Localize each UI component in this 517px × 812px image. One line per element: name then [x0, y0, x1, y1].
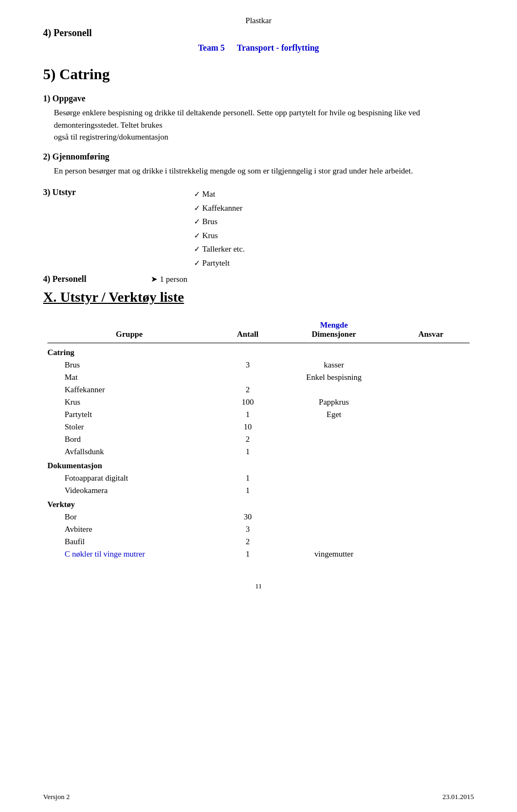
- cell-dimensjoner: vingemutter: [280, 548, 388, 560]
- cell-antall: 2: [215, 536, 280, 548]
- table-row: Avbitere 3: [43, 523, 474, 536]
- utstyr-list-item: Krus: [194, 229, 244, 243]
- cell-ansvar: [388, 371, 474, 384]
- utstyr-table-container: Gruppe Antall Mengde Dimensjoner Ansvar …: [43, 318, 474, 560]
- cell-ansvar: [388, 484, 474, 497]
- cell-gruppe: Videokamera: [43, 484, 215, 497]
- cell-gruppe: Krus: [43, 396, 215, 408]
- table-row: Mat Enkel bespisning: [43, 371, 474, 384]
- table-row: Bord 2: [43, 433, 474, 446]
- cell-dimensjoner: [280, 497, 388, 511]
- cell-antall: 100: [215, 396, 280, 408]
- table-row: Baufil 2: [43, 536, 474, 548]
- oppgave-text: Besørge enklere bespisning og drikke til…: [54, 107, 474, 143]
- cell-gruppe: Bord: [43, 433, 215, 446]
- col-header-ansvar: Ansvar: [388, 318, 474, 341]
- cell-antall: 1: [215, 548, 280, 560]
- cell-ansvar: [388, 446, 474, 458]
- dimensjoner-header: Dimensjoner: [284, 330, 383, 339]
- utstyr-table: Gruppe Antall Mengde Dimensjoner Ansvar …: [43, 318, 474, 560]
- team-transport-line: Team 5 Transport - forflytting: [43, 43, 474, 53]
- table-row: Kaffekanner 2: [43, 384, 474, 396]
- cell-ansvar: [388, 523, 474, 536]
- utstyr-list: MatKaffekannerBrusKrusTallerker etc.Part…: [194, 188, 244, 270]
- cell-gruppe: Mat: [43, 371, 215, 384]
- cell-gruppe: Kaffekanner: [43, 384, 215, 396]
- cell-gruppe: Stoler: [43, 421, 215, 433]
- personell-section-4: 4) Personell 1 person: [43, 274, 474, 284]
- oppgave-block: 1) Oppgave Besørge enklere bespisning og…: [43, 94, 474, 143]
- cell-dimensjoner: [280, 458, 388, 472]
- cell-dimensjoner: [280, 433, 388, 446]
- cell-ansvar: [388, 408, 474, 421]
- cell-antall: 1: [215, 446, 280, 458]
- section-x-title: X. Utstyr / Verktøy liste: [43, 289, 474, 306]
- footer-version: Versjon 2: [43, 793, 69, 801]
- cell-antall: 3: [215, 523, 280, 536]
- personell-item: 1 person: [151, 274, 187, 284]
- team-label: Team 5: [198, 43, 225, 52]
- table-row-category: Dokumentasjon: [43, 458, 474, 472]
- cell-antall: 1: [215, 408, 280, 421]
- table-row: Avfallsdunk 1: [43, 446, 474, 458]
- section-5-title: 5) Catring: [43, 66, 474, 83]
- table-row: Bor 30: [43, 511, 474, 523]
- utstyr-list-item: Partytelt: [194, 256, 244, 270]
- transport-label: Transport - forflytting: [237, 43, 319, 52]
- cell-gruppe: Partytelt: [43, 408, 215, 421]
- cell-dimensjoner: Pappkrus: [280, 396, 388, 408]
- cell-dimensjoner: Eget: [280, 408, 388, 421]
- sub2-heading: 2) Gjennomføring: [43, 152, 474, 162]
- col-header-mengde: Mengde Dimensjoner: [280, 318, 388, 341]
- cell-antall: 3: [215, 359, 280, 371]
- table-row: Brus 3 kasser: [43, 359, 474, 371]
- cell-dimensjoner: [280, 536, 388, 548]
- cell-ansvar: [388, 359, 474, 371]
- heading-4-personell: 4) Personell: [43, 27, 474, 39]
- cell-dimensjoner: [280, 511, 388, 523]
- cell-gruppe: Avfallsdunk: [43, 446, 215, 458]
- cell-antall: 10: [215, 421, 280, 433]
- cell-dimensjoner: [280, 472, 388, 484]
- cell-dimensjoner: [280, 484, 388, 497]
- table-row-link: C nøkler til vinge mutrer 1 vingemutter: [43, 548, 474, 560]
- cell-gruppe: Verktøy: [43, 497, 215, 511]
- sub3-heading: 3) Utstyr: [43, 188, 129, 270]
- cell-gruppe: Baufil: [43, 536, 215, 548]
- cell-gruppe: Catring: [43, 345, 215, 359]
- cell-gruppe: Brus: [43, 359, 215, 371]
- sub4-heading: 4) Personell: [43, 274, 129, 284]
- table-row: Krus 100 Pappkrus: [43, 396, 474, 408]
- table-row: Fotoapparat digitalt 1: [43, 472, 474, 484]
- cell-antall: [215, 497, 280, 511]
- cell-gruppe: Bor: [43, 511, 215, 523]
- cell-dimensjoner: [280, 523, 388, 536]
- cell-antall: 2: [215, 384, 280, 396]
- cell-antall: 1: [215, 484, 280, 497]
- col-header-antall: Antall: [215, 318, 280, 341]
- gjennomforing-text: En person besørger mat og drikke i tilst…: [54, 165, 474, 177]
- table-row-category: Verktøy: [43, 497, 474, 511]
- cell-ansvar: [388, 497, 474, 511]
- footer-date: 23.01.2015: [443, 793, 474, 801]
- cell-dimensjoner: [280, 446, 388, 458]
- cell-dimensjoner: kasser: [280, 359, 388, 371]
- cell-ansvar: [388, 548, 474, 560]
- cell-gruppe: C nøkler til vinge mutrer: [43, 548, 215, 560]
- page-number: 11: [43, 582, 474, 591]
- col-header-gruppe: Gruppe: [43, 318, 215, 341]
- utstyr-section: 3) Utstyr MatKaffekannerBrusKrusTallerke…: [43, 188, 474, 270]
- table-row: Partytelt 1 Eget: [43, 408, 474, 421]
- cell-dimensjoner: [280, 345, 388, 359]
- sub1-heading: 1) Oppgave: [43, 94, 474, 103]
- cell-ansvar: [388, 384, 474, 396]
- cell-ansvar: [388, 421, 474, 433]
- bullet-plastkar: Plastkar: [43, 16, 474, 25]
- cell-antall: [215, 458, 280, 472]
- cell-antall: 1: [215, 472, 280, 484]
- cell-dimensjoner: [280, 421, 388, 433]
- cell-antall: 30: [215, 511, 280, 523]
- table-row: Videokamera 1: [43, 484, 474, 497]
- cell-ansvar: [388, 396, 474, 408]
- cell-ansvar: [388, 458, 474, 472]
